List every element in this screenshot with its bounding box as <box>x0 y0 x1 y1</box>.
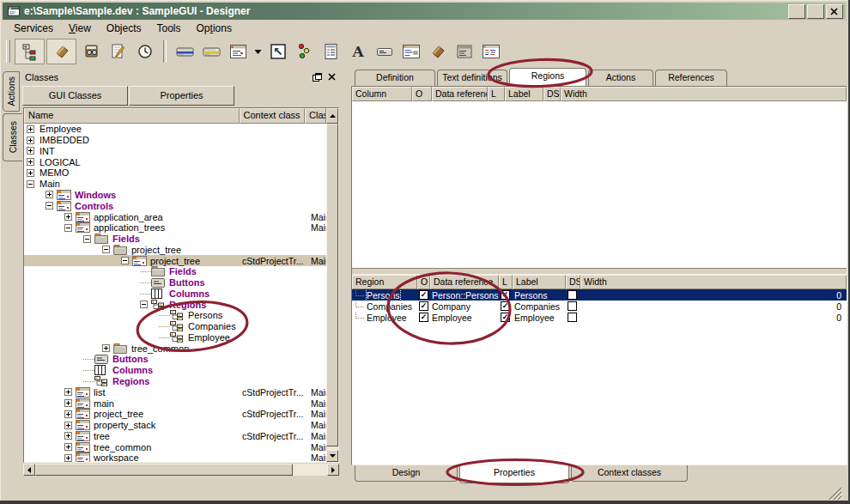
tree-row-logical[interactable]: LOGICAL <box>24 156 326 167</box>
menu-view[interactable]: View <box>61 21 99 36</box>
tree-row-employee[interactable]: Employee <box>24 124 326 135</box>
tab-design[interactable]: Design <box>355 465 458 482</box>
tree-row-project-tree[interactable]: project_tree <box>24 244 326 255</box>
close-panel-icon[interactable] <box>325 71 337 82</box>
checkbox-ds[interactable] <box>568 301 577 311</box>
tab-actions[interactable]: Actions <box>588 70 653 86</box>
tab-text-definitions[interactable]: Text definitions <box>437 70 507 86</box>
toolbar-grip[interactable] <box>6 40 10 63</box>
tree-horizontal-scrollbar[interactable] <box>23 464 339 476</box>
classes-tab-properties[interactable]: Properties <box>129 86 234 106</box>
tree-column-header-class[interactable]: Class <box>305 108 326 124</box>
tree-row-list[interactable]: listcStdProjectTr...Main <box>24 386 326 398</box>
library-book-button[interactable] <box>78 39 105 64</box>
expand-icon[interactable] <box>64 213 76 221</box>
column-header-width[interactable]: Width <box>580 275 847 289</box>
history-clock-button[interactable] <box>131 39 158 64</box>
tree-row-imbedded[interactable]: IMBEDDED <box>24 135 326 146</box>
column-header-width[interactable]: Width <box>561 87 847 101</box>
tree-row-fields[interactable]: Fields <box>24 234 326 245</box>
edit-source-button[interactable] <box>105 39 131 64</box>
region-row-persons[interactable]: Persons✓Person::Persons✓Persons0 <box>352 289 847 301</box>
expand-icon[interactable] <box>64 432 76 440</box>
expand-icon[interactable] <box>27 158 38 166</box>
report-view-button[interactable] <box>318 39 344 64</box>
tree-row-tree[interactable]: treecStdProjectTr...Main <box>24 430 326 441</box>
tree-column-header-name[interactable]: Name <box>24 108 240 124</box>
preview-window-button[interactable] <box>264 39 291 64</box>
font-button[interactable]: A <box>344 39 371 64</box>
tab-references[interactable]: References <box>655 70 727 86</box>
close-button[interactable] <box>826 4 843 19</box>
tree-row-fields[interactable]: Fields <box>24 266 326 277</box>
menu-options[interactable]: Options <box>189 21 240 36</box>
new-form-button[interactable] <box>225 39 252 64</box>
column-header-ds[interactable]: DS <box>543 87 561 101</box>
column-header-l[interactable]: L <box>488 87 505 101</box>
tree-row-main[interactable]: Main <box>24 179 326 190</box>
table-splitter[interactable] <box>352 268 847 275</box>
eraser-button[interactable] <box>46 39 76 64</box>
column-header-data-reference[interactable]: Data reference <box>432 87 488 101</box>
column-header-label[interactable]: Label <box>513 275 566 289</box>
expand-icon[interactable] <box>27 137 38 144</box>
button-control-button[interactable] <box>371 39 398 64</box>
tree-row-memo[interactable]: MEMO <box>24 167 326 179</box>
checkbox-o[interactable]: ✓ <box>419 301 428 311</box>
save-all-drive-button[interactable] <box>198 39 225 64</box>
scroll-left-button[interactable] <box>23 464 35 476</box>
tree-vertical-scrollbar[interactable] <box>326 108 338 462</box>
tree-row-controls[interactable]: Controls <box>24 200 326 211</box>
float-panel-icon[interactable] <box>311 71 323 82</box>
tree-row-project-tree[interactable]: project_treecStdProjectTr...Main <box>24 409 326 420</box>
new-form-dropdown[interactable] <box>252 39 264 64</box>
tree-row-workspace[interactable]: workspaceMain <box>24 452 326 462</box>
scroll-down-button[interactable] <box>326 450 338 462</box>
expand-icon[interactable] <box>46 191 57 198</box>
checkbox-o[interactable]: ✓ <box>419 313 428 322</box>
tree-row-columns[interactable]: Columns <box>24 365 326 376</box>
column-header-o[interactable]: O <box>417 275 430 289</box>
menu-objects[interactable]: Objects <box>99 21 149 36</box>
expand-icon[interactable] <box>64 422 76 429</box>
column-header-ds[interactable]: DS <box>566 275 580 289</box>
checkbox-ds[interactable] <box>568 313 577 322</box>
checkbox-l[interactable]: ✓ <box>501 313 510 322</box>
checkbox-ds[interactable] <box>568 290 577 300</box>
maximize-button[interactable] <box>807 4 824 19</box>
tree-row-persons[interactable]: Persons <box>24 310 326 321</box>
column-header-data-reference[interactable]: Data reference <box>430 275 499 289</box>
tree-row-project-tree[interactable]: project_treecStdProjectTr...Main <box>24 255 326 266</box>
classes-tab-gui-classes[interactable]: GUI Classes <box>22 86 128 106</box>
tree-row-regions[interactable]: Regions <box>24 299 326 310</box>
tree-column-header-context-class[interactable]: Context class <box>240 108 306 124</box>
tab-regions[interactable]: Regions <box>509 68 586 86</box>
tree-row-tree-common[interactable]: tree_common <box>24 343 326 354</box>
dialog-control-button[interactable] <box>477 39 504 64</box>
column-header-label[interactable]: Label <box>505 87 543 101</box>
checkbox-l[interactable]: ✓ <box>501 301 510 311</box>
collapse-icon[interactable] <box>121 257 132 264</box>
tree-row-property-stack[interactable]: property_stackMain <box>24 420 326 431</box>
tree-row-columns[interactable]: Columns <box>24 288 326 299</box>
dock-tab-classes[interactable]: Classes <box>3 113 22 161</box>
column-header-l[interactable]: L <box>499 275 513 289</box>
tree-row-application-trees[interactable]: application_treesMain <box>24 222 326 234</box>
panel-control-button[interactable] <box>451 39 477 64</box>
tree-row-application-area[interactable]: application_areaMain <box>24 211 326 222</box>
column-header-o[interactable]: O <box>412 87 432 101</box>
expand-icon[interactable] <box>64 454 76 462</box>
collapse-icon[interactable] <box>46 202 57 209</box>
collapse-icon[interactable] <box>27 180 38 188</box>
minimize-button[interactable] <box>788 4 805 19</box>
tree-row-employee[interactable]: Employee <box>24 332 326 343</box>
expand-icon[interactable] <box>64 399 76 407</box>
collapse-icon[interactable] <box>140 301 151 308</box>
checkbox-o[interactable]: ✓ <box>419 290 428 300</box>
collapse-icon[interactable] <box>64 224 76 232</box>
eraser-control-button[interactable] <box>424 39 451 64</box>
tab-properties[interactable]: Properties <box>459 465 569 483</box>
expand-icon[interactable] <box>102 344 113 352</box>
expand-icon[interactable] <box>64 410 76 418</box>
tree-row-int[interactable]: INT <box>24 146 326 157</box>
